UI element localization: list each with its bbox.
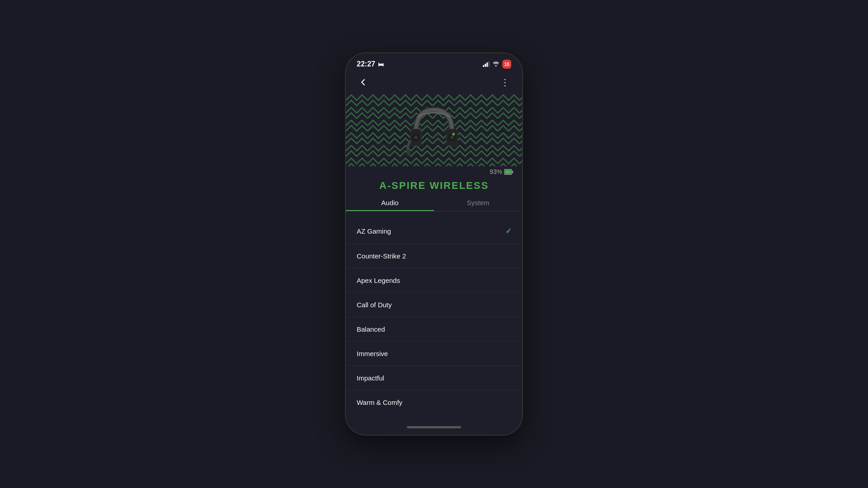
signal-bar-3 (486, 62, 488, 67)
preset-label-az-gaming: AZ Gaming (357, 227, 391, 235)
navigation-header: ⋮ (346, 70, 522, 94)
tab-audio-label: Audio (381, 199, 398, 206)
product-hero (346, 94, 522, 166)
notification-badge: 18 (502, 60, 511, 69)
preset-label-immersive: Immersive (357, 350, 388, 357)
back-button[interactable] (355, 74, 371, 90)
home-indicator[interactable] (346, 419, 522, 435)
preset-label-balanced: Balanced (357, 325, 385, 333)
preset-label-apex-legends: Apex Legends (357, 277, 400, 284)
battery-row: 93% (346, 166, 522, 175)
product-title-section: A-SPIRE WIRELESS (346, 175, 522, 194)
more-icon: ⋮ (500, 77, 509, 88)
tab-bar: Audio System (346, 194, 522, 211)
preset-item-immersive[interactable]: Immersive (346, 342, 522, 366)
preset-item-balanced[interactable]: Balanced (346, 317, 522, 342)
preset-label-impactful: Impactful (357, 374, 384, 382)
svg-point-8 (450, 136, 454, 139)
svg-point-9 (452, 133, 455, 136)
battery-percentage: 93% (490, 168, 502, 175)
tab-system-label: System (467, 199, 489, 206)
headset-image (405, 101, 463, 160)
svg-rect-12 (505, 170, 511, 174)
bed-icon: 🛏 (378, 61, 384, 68)
preset-label-warm-comfy: Warm & Comfy (357, 399, 402, 406)
preset-list: AZ Gaming ✓ Counter-Strike 2 Apex Legend… (346, 211, 522, 419)
time-display: 22:27 (357, 60, 375, 68)
preset-item-call-of-duty[interactable]: Call of Duty (346, 293, 522, 317)
home-bar (407, 426, 461, 428)
selected-check-icon: ✓ (505, 227, 511, 235)
preset-label-counter-strike: Counter-Strike 2 (357, 252, 406, 260)
tab-audio[interactable]: Audio (346, 194, 434, 211)
svg-rect-13 (512, 171, 514, 173)
battery-icon (504, 169, 513, 175)
preset-label-call-of-duty: Call of Duty (357, 301, 392, 309)
preset-item-impactful[interactable]: Impactful (346, 366, 522, 390)
preset-item-counter-strike[interactable]: Counter-Strike 2 (346, 244, 522, 268)
svg-rect-10 (407, 150, 410, 156)
signal-bars (483, 61, 490, 67)
notification-count: 18 (504, 62, 509, 67)
preset-item-az-gaming[interactable]: AZ Gaming ✓ (346, 219, 522, 244)
phone-frame: 22:27 🛏 18 (346, 53, 522, 435)
svg-point-4 (414, 136, 418, 139)
preset-item-warm-comfy[interactable]: Warm & Comfy (346, 390, 522, 414)
preset-item-apex-legends[interactable]: Apex Legends (346, 268, 522, 293)
status-bar: 22:27 🛏 18 (346, 53, 522, 70)
signal-bar-2 (485, 64, 486, 67)
more-options-button[interactable]: ⋮ (497, 74, 513, 90)
status-icons: 18 (483, 60, 511, 69)
signal-bar-1 (483, 65, 484, 67)
signal-bar-4 (488, 61, 490, 67)
status-time: 22:27 🛏 (357, 60, 384, 68)
wifi-icon (492, 61, 500, 68)
product-name: A-SPIRE WIRELESS (355, 180, 513, 192)
tab-system[interactable]: System (434, 194, 522, 211)
